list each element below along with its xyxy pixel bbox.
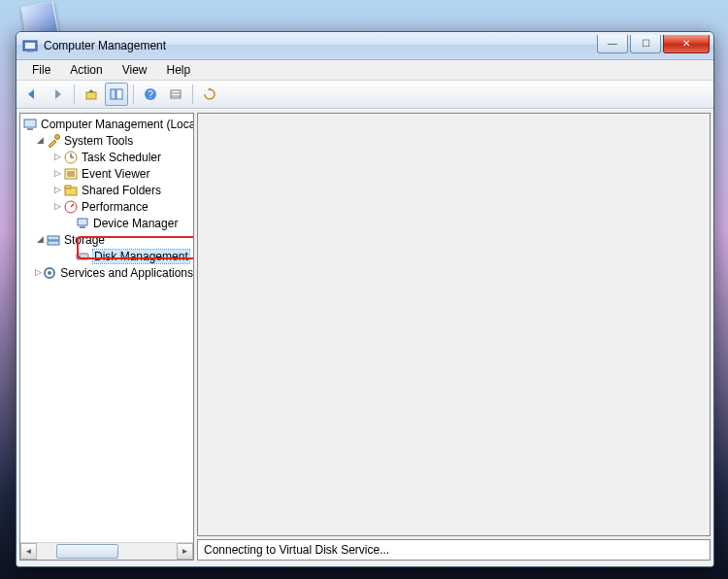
tree-system-tools[interactable]: ◢ System Tools [20,132,193,149]
maximize-button[interactable]: ☐ [630,35,661,53]
performance-icon [63,199,79,215]
expander-expand-icon[interactable]: ▷ [51,169,63,178]
svg-rect-27 [48,236,59,240]
svg-rect-2 [27,51,33,52]
toolbar-separator [192,85,193,104]
tree-storage[interactable]: ◢ Storage [20,231,193,248]
svg-rect-5 [116,89,122,99]
back-button[interactable] [20,83,44,106]
expander-collapse-icon[interactable]: ◢ [34,235,46,244]
help-button[interactable]: ? [139,83,162,106]
show-hide-tree-button[interactable] [105,83,128,106]
titlebar[interactable]: Computer Management — ☐ ✕ [17,32,713,60]
expander-expand-icon[interactable]: ▷ [51,202,63,211]
svg-rect-25 [78,219,87,225]
status-text: Connecting to Virtual Disk Service... [204,543,389,557]
device-manager-icon [75,216,90,231]
content-area [197,113,711,536]
scroll-left-button[interactable]: ◄ [20,543,37,560]
tree-label: Storage [64,233,105,247]
menu-view[interactable]: View [113,61,157,79]
svg-rect-3 [86,92,96,99]
tree-label: Computer Management (Local [41,118,193,131]
tree-label: Task Scheduler [82,151,161,164]
menu-bar: File Action View Help [17,60,713,81]
tree-shared-folders[interactable]: ▷ Shared Folders [20,182,193,198]
app-icon [22,38,38,53]
show-hide-tree-icon [110,87,123,101]
svg-rect-11 [24,119,36,127]
close-button[interactable]: ✕ [663,35,710,53]
options-icon [169,87,182,101]
minimize-button[interactable]: — [597,35,628,53]
svg-rect-26 [80,226,85,228]
svg-rect-28 [48,241,59,245]
main-pane: Connecting to Virtual Disk Service... [197,113,711,561]
tree-performance[interactable]: ▷ Performance [20,198,193,215]
menu-file[interactable]: File [22,61,60,79]
svg-point-30 [79,255,81,257]
navigation-tree[interactable]: Computer Management (Local ◢ System Tool… [20,114,193,542]
scroll-right-button[interactable]: ► [177,543,193,560]
scroll-thumb[interactable] [56,544,118,559]
forward-arrow-icon [50,87,64,101]
toolbar-separator [74,85,75,104]
svg-point-32 [48,271,51,275]
scroll-track[interactable] [37,543,177,560]
tree-horizontal-scrollbar[interactable]: ◄ ► [20,542,193,560]
shared-folders-icon [63,183,79,198]
status-bar: Connecting to Virtual Disk Service... [197,539,711,561]
toolbar: ? [17,81,713,109]
refresh-button[interactable] [198,83,221,106]
menu-help[interactable]: Help [157,61,201,79]
tree-task-scheduler[interactable]: ▷ Task Scheduler [20,149,193,165]
menu-action[interactable]: Action [60,61,112,79]
expander-collapse-icon[interactable]: ◢ [34,136,46,145]
window-title: Computer Management [44,39,595,52]
forward-button[interactable] [46,83,69,106]
client-area: Computer Management (Local ◢ System Tool… [17,109,713,566]
services-icon [42,265,57,281]
tree-disk-management[interactable]: Disk Management [20,248,193,264]
svg-rect-8 [171,90,181,98]
storage-icon [46,232,61,248]
tree-label: Disk Management [93,250,189,263]
svg-rect-12 [27,128,33,130]
svg-text:?: ? [148,89,153,100]
svg-rect-29 [77,254,88,259]
tree-services-apps[interactable]: ▷ Services and Applications [20,264,193,281]
tree-label: Event Viewer [82,167,149,181]
expander-expand-icon[interactable]: ▷ [34,268,42,277]
up-button[interactable] [80,83,103,106]
tree-event-viewer[interactable]: ▷ Event Viewer [20,165,193,182]
toolbar-separator [133,85,134,104]
tree-label: Performance [82,200,149,214]
tree-root[interactable]: Computer Management (Local [20,116,193,132]
expander-expand-icon[interactable]: ▷ [51,186,63,194]
tree-label: Device Manager [93,217,178,230]
svg-rect-22 [65,186,71,188]
clock-icon [63,150,79,165]
svg-rect-4 [111,89,116,99]
computer-management-window: Computer Management — ☐ ✕ File Action Vi… [16,31,714,567]
tree-label: System Tools [64,134,133,148]
svg-point-13 [55,134,60,139]
options-button[interactable] [164,83,187,106]
help-icon: ? [144,87,157,101]
event-viewer-icon [63,166,79,182]
computer-icon [22,117,38,132]
tree-label: Shared Folders [82,184,161,197]
refresh-icon [203,87,216,101]
up-folder-icon [84,87,98,101]
expander-expand-icon[interactable]: ▷ [51,153,63,161]
tree-label: Services and Applications [60,266,193,280]
svg-rect-1 [25,43,35,49]
tree-pane: Computer Management (Local ◢ System Tool… [19,113,194,561]
tree-device-manager[interactable]: Device Manager [20,215,193,231]
disk-management-icon [75,249,90,264]
tools-icon [46,133,61,149]
back-arrow-icon [25,87,39,101]
